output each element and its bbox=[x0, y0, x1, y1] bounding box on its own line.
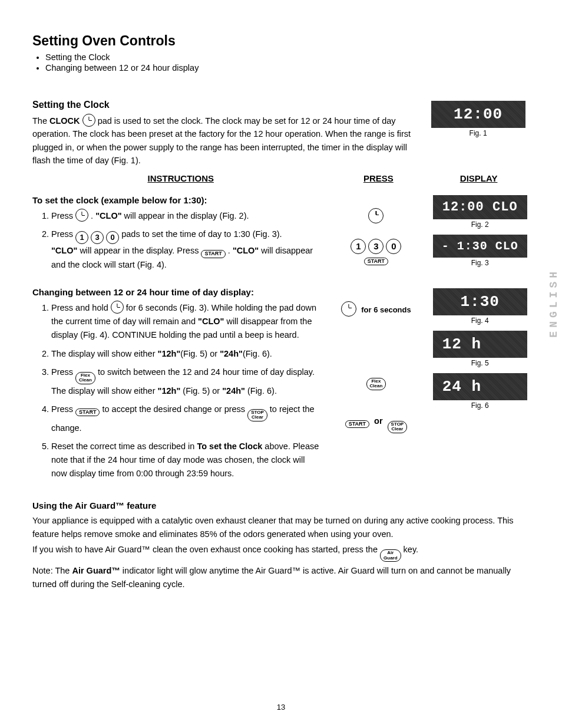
airguard-p1: Your appliance is equipped with a cataly… bbox=[32, 514, 530, 541]
flex-clean-button-icon: FlexClean bbox=[75, 372, 95, 384]
col-instructions: INSTRUCTIONS bbox=[147, 173, 214, 183]
display-fig1: 12:00 bbox=[431, 101, 525, 128]
text: will appear in the display. Press bbox=[77, 246, 201, 255]
text: . bbox=[88, 211, 95, 220]
digit-3-icon: 3 bbox=[91, 231, 104, 244]
text-bold: "CLO" bbox=[95, 211, 121, 220]
text: Press bbox=[51, 211, 75, 220]
display-fig5: 12 h bbox=[433, 331, 527, 358]
instruction-step: Press 1 3 0 pads to set the time of day … bbox=[51, 228, 322, 272]
subheading-airguard: Using the Air Guard™ feature bbox=[32, 500, 530, 510]
text: Press bbox=[51, 404, 75, 414]
text-bold: To set the Clock bbox=[197, 442, 262, 451]
instruction-step: Press FlexClean to switch between the 12… bbox=[51, 365, 322, 398]
text-bold: CLOCK bbox=[49, 116, 80, 126]
text: Reset the correct time as described in bbox=[51, 442, 197, 451]
digit-0-icon: 0 bbox=[106, 231, 119, 244]
language-tab: ENGLISH bbox=[548, 268, 560, 338]
text: The bbox=[32, 116, 49, 126]
fig-caption: Fig. 5 bbox=[430, 359, 530, 367]
clock-icon bbox=[75, 209, 88, 222]
stop-clear-button-icon: STOPClear bbox=[388, 421, 408, 433]
fig-caption: Fig. 3 bbox=[430, 259, 530, 267]
start-button-icon: START bbox=[201, 250, 225, 258]
instruction-step: The display will show either "12h"(Fig. … bbox=[51, 347, 322, 361]
text: . bbox=[226, 246, 233, 255]
text: If you wish to have Air Guard™ clean the… bbox=[32, 545, 380, 554]
text: will appear in the display (Fig. 2). bbox=[122, 211, 249, 220]
text: Press bbox=[51, 229, 75, 239]
section-heading-clock: Setting the Clock bbox=[32, 100, 421, 110]
toc-item: Changing between 12 or 24 hour display bbox=[45, 63, 530, 73]
toc-list: Setting the Clock Changing between 12 or… bbox=[45, 52, 530, 73]
clock-intro: The CLOCK pad is used to set the clock. … bbox=[32, 114, 421, 167]
digit-0-icon: 0 bbox=[386, 239, 401, 254]
digit-1-icon: 1 bbox=[75, 231, 88, 244]
fig-caption: Fig. 4 bbox=[430, 317, 530, 325]
clock-icon bbox=[82, 114, 95, 127]
text: Press bbox=[51, 367, 75, 377]
col-display: DISPLAY bbox=[460, 173, 498, 183]
fig-caption: Fig. 2 bbox=[430, 220, 530, 229]
display-fig3: - 1:30 CLO bbox=[433, 235, 527, 258]
text: to accept the desired change or press bbox=[100, 404, 247, 414]
air-guard-button-icon: AirGuard bbox=[380, 549, 401, 562]
text: The display will show either bbox=[51, 349, 158, 358]
text-bold: Air Guard™ bbox=[72, 566, 120, 575]
start-button-icon: START bbox=[75, 409, 100, 416]
text: (Fig. 6). bbox=[245, 386, 277, 396]
flex-clean-button-icon: FlexClean bbox=[366, 378, 386, 390]
col-press: PRESS bbox=[363, 173, 394, 183]
display-fig4: 1:30 bbox=[433, 288, 527, 315]
text: key. bbox=[401, 545, 419, 554]
fig-caption: Fig. 1 bbox=[427, 129, 530, 137]
display-fig2: 12:00 CLO bbox=[433, 195, 527, 219]
fig-caption: Fig. 6 bbox=[430, 401, 530, 410]
press-hold-label: for 6 seconds bbox=[361, 305, 411, 314]
text-bold: "12h" bbox=[158, 349, 181, 358]
stop-clear-button-icon: STOPClear bbox=[247, 409, 267, 421]
text-bold: "24h" bbox=[222, 386, 245, 396]
subheading-set-clock: To set the clock (example below for 1:30… bbox=[32, 195, 322, 205]
text: pads to set the time of day to 1:30 (Fig… bbox=[121, 229, 282, 239]
column-headers: INSTRUCTIONS PRESS DISPLAY bbox=[32, 173, 530, 183]
digit-3-icon: 3 bbox=[368, 239, 384, 254]
instruction-step: Reset the correct time as described in T… bbox=[51, 440, 322, 481]
text: Note: The bbox=[32, 566, 72, 575]
text-bold: "CLO" bbox=[51, 246, 77, 255]
text: (Fig. 5) or bbox=[180, 386, 222, 396]
instruction-step: Press and hold for 6 seconds (Fig. 3). W… bbox=[51, 301, 322, 342]
instruction-step: Press START to accept the desired change… bbox=[51, 403, 322, 435]
text: (Fig. 6). bbox=[243, 349, 272, 358]
text: (Fig. 5) or bbox=[180, 349, 220, 358]
text-bold: "12h" bbox=[158, 386, 181, 396]
start-button-icon: START bbox=[364, 258, 388, 265]
clock-icon bbox=[111, 301, 124, 314]
press-or: or bbox=[374, 416, 383, 426]
airguard-p3: Note: The Air Guard™ indicator light wil… bbox=[32, 564, 530, 591]
subheading-1224: Changing between 12 or 24 hour time of d… bbox=[32, 287, 322, 297]
text-bold: "24h" bbox=[220, 349, 243, 358]
text-bold: "CLO" bbox=[198, 317, 224, 326]
airguard-p2: If you wish to have Air Guard™ clean the… bbox=[32, 543, 530, 562]
page-title: Setting Oven Controls bbox=[32, 33, 530, 49]
clock-icon bbox=[341, 301, 356, 317]
page-number: 13 bbox=[0, 703, 562, 711]
clock-icon bbox=[368, 208, 384, 223]
display-fig6: 24 h bbox=[433, 373, 527, 400]
instruction-step: Press . "CLO" will appear in the display… bbox=[51, 209, 322, 223]
start-button-icon: START bbox=[345, 420, 369, 428]
toc-item: Setting the Clock bbox=[45, 52, 530, 62]
text: Press and hold bbox=[51, 303, 111, 312]
digit-1-icon: 1 bbox=[351, 239, 366, 254]
text-bold: "CLO" bbox=[233, 246, 259, 255]
